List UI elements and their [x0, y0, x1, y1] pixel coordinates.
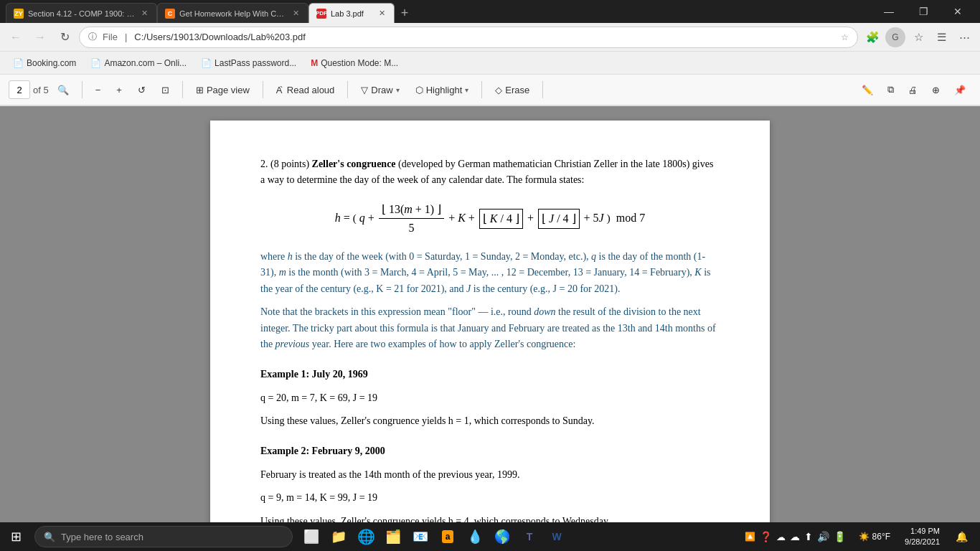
ink-button[interactable]: ✏️ [856, 79, 879, 100]
notification-icon-shape: 🔔 [956, 531, 968, 542]
favorites-button[interactable]: ☆ [908, 27, 928, 47]
titlebar: ZY Section 4.12 - COMP 1900: CS 1... ✕ C… [0, 0, 980, 23]
read-aloud-button[interactable]: A ̀ Read aloud [270, 79, 340, 100]
problem-statement: 2. (8 points) Zeller's congruence (devel… [260, 156, 720, 189]
mail-icon[interactable]: 📧 [407, 522, 433, 551]
main-content-area[interactable]: 2. (8 points) Zeller's congruence (devel… [0, 106, 980, 522]
zoom-in-button[interactable]: + [110, 79, 128, 100]
system-tray: 🔼 ❓ ☁ ☁ ⬆ 🔊 🔋 [740, 531, 850, 542]
rotate-icon: ↺ [138, 85, 146, 95]
example2-title: Example 2: February 9, 2000 [260, 443, 720, 459]
amazon-icon[interactable]: a [435, 522, 461, 551]
duplicate-button[interactable]: ⧉ [882, 79, 900, 100]
example1-values: q = 20, m = 7, K = 69, J = 19 [260, 390, 720, 406]
chevron-up-icon[interactable]: 🔼 [745, 532, 755, 542]
fit-icon: ⊡ [161, 85, 169, 95]
formula-text: h = ( q + ⌊ 13(m + 1) ⌋ 5 + K + ⌊ K / 4 … [335, 212, 645, 224]
extensions-button[interactable]: 🧩 [862, 27, 882, 47]
helpdesk-icon[interactable]: ❓ [760, 531, 772, 542]
fit-button[interactable]: ⊡ [156, 79, 175, 100]
maximize-button[interactable]: ❐ [907, 0, 940, 23]
page-total-label: of 5 [33, 85, 49, 95]
word-app-icon: W [552, 531, 561, 542]
star-icon[interactable]: ☆ [841, 32, 849, 42]
store-icon[interactable]: 🗂️ [380, 522, 406, 551]
example1-result: Using these values, Zeller's congruence … [260, 413, 720, 429]
dropbox-icon[interactable]: 💧 [462, 522, 488, 551]
taskbar-clock[interactable]: 1:49 PM 9/28/2021 [899, 526, 946, 548]
tab-section412[interactable]: ZY Section 4.12 - COMP 1900: CS 1... ✕ [6, 3, 157, 23]
tab1-close[interactable]: ✕ [140, 9, 149, 18]
draw-button[interactable]: ▽ Draw ▾ [355, 79, 405, 100]
tab-lab3pdf[interactable]: PDF Lab 3.pdf ✕ [308, 3, 395, 23]
file-label: File [103, 32, 118, 42]
tab2-favicon: C [165, 9, 175, 19]
page-number-input[interactable] [9, 80, 30, 99]
bookmark-lastpass[interactable]: 📄 LastPass password... [195, 56, 302, 70]
url-text: C:/Users/19013/Downloads/Lab%203.pdf [134, 32, 835, 42]
bookmark-label: LastPass password... [215, 58, 296, 68]
onedrive-icon[interactable]: ☁ [790, 531, 800, 542]
bookmark-icon: 📄 [90, 58, 101, 68]
minimize-button[interactable]: — [872, 0, 905, 23]
save-button[interactable]: ⊕ [926, 79, 946, 100]
updates-icon[interactable]: ⬆ [804, 531, 813, 542]
volume-icon[interactable]: 🔊 [817, 531, 829, 542]
formula-display: h = ( q + ⌊ 13(m + 1) ⌋ 5 + K + ⌊ K / 4 … [260, 200, 720, 237]
page-view-button[interactable]: ⊞ Page view [190, 79, 255, 100]
collections-button[interactable]: ☰ [931, 27, 951, 47]
vpn-icon[interactable]: 🌎 [489, 522, 515, 551]
dropbox-app-icon: 💧 [467, 529, 483, 545]
taskbar-search-box[interactable]: 🔍 Type here to search [34, 526, 293, 547]
edge-icon[interactable]: 🌐 [353, 522, 379, 551]
profile-avatar: G [885, 27, 905, 47]
tab1-label: Section 4.12 - COMP 1900: CS 1... [28, 9, 136, 18]
teams-icon[interactable]: T [517, 522, 542, 551]
bookmark-label: Amazon.com – Onli... [104, 58, 187, 68]
tab2-close[interactable]: ✕ [291, 9, 301, 18]
highlight-icon: ⬡ [415, 85, 423, 95]
close-button[interactable]: ✕ [941, 0, 974, 23]
weather-widget[interactable]: ☀️ 86°F [853, 532, 896, 542]
bookmark-amazon[interactable]: 📄 Amazon.com – Onli... [85, 56, 192, 70]
word-icon[interactable]: W [544, 522, 570, 551]
page-view-label: Page view [207, 85, 250, 95]
address-box[interactable]: ⓘ File | C:/Users/19013/Downloads/Lab%20… [79, 27, 858, 48]
pdf-content: 2. (8 points) Zeller's congruence (devel… [260, 156, 720, 522]
example2-values-intro: February is treated as the 14th month of… [260, 467, 720, 483]
erase-button[interactable]: ◇ Erase [489, 79, 535, 100]
bookmark-booking[interactable]: 📄 Booking.com [7, 56, 82, 70]
cloud-icon[interactable]: ☁ [776, 532, 786, 542]
info-icon: ⓘ [88, 31, 97, 43]
file-explorer-icon[interactable]: 📁 [326, 522, 352, 551]
pin-button[interactable]: 📌 [948, 79, 971, 100]
highlight-caret-icon: ▾ [465, 86, 468, 94]
vpn-app-icon: 🌎 [494, 529, 510, 545]
profile-button[interactable]: G [885, 27, 905, 47]
toolbar-sep-1 [82, 81, 83, 98]
example2-values: q = 9, m = 14, K = 99, J = 19 [260, 490, 720, 506]
draw-icon: ▽ [361, 85, 368, 95]
notification-button[interactable]: 🔔 [948, 522, 974, 551]
draw-label: Draw [371, 85, 392, 95]
tab3-close[interactable]: ✕ [377, 9, 387, 18]
tab1-favicon: ZY [14, 9, 24, 19]
tab3-label: Lab 3.pdf [331, 9, 364, 18]
back-button[interactable]: ← [6, 27, 26, 47]
tab-chegg[interactable]: C Get Homework Help With Cheg... ✕ [157, 3, 308, 23]
print-button[interactable]: 🖨 [903, 79, 923, 100]
search-pdf-button[interactable]: 🔍 [52, 79, 75, 100]
new-tab-button[interactable]: + [395, 3, 415, 23]
zoom-out-button[interactable]: − [90, 79, 107, 100]
highlight-button[interactable]: ⬡ Highlight ▾ [410, 79, 475, 100]
start-button[interactable]: ⊞ [0, 522, 32, 551]
task-view-button[interactable]: ⬜ [298, 522, 324, 551]
bookmark-question-mode[interactable]: M Question Mode: M... [305, 56, 404, 70]
taskbar-right-area: 🔼 ❓ ☁ ☁ ⬆ 🔊 🔋 ☀️ 86°F 1:49 PM 9/28/2021 … [740, 522, 980, 551]
tabs-container: ZY Section 4.12 - COMP 1900: CS 1... ✕ C… [6, 0, 872, 23]
rotate-button[interactable]: ↺ [132, 79, 151, 100]
forward-button[interactable]: → [30, 27, 50, 47]
refresh-button[interactable]: ↻ [55, 27, 75, 47]
settings-button[interactable]: ⋯ [954, 27, 974, 47]
battery-icon[interactable]: 🔋 [834, 531, 846, 542]
